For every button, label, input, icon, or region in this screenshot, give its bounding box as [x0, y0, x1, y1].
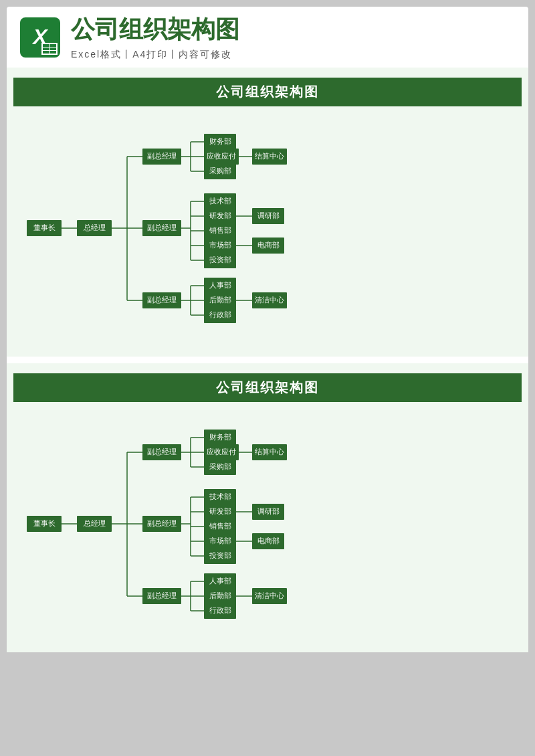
svg-text:技术部: 技术部 [209, 197, 231, 205]
subtitle: Excel格式丨A4打印丨内容可修改 [71, 49, 239, 61]
document: 公司组织架构图 .box { fill: #2d6a2d; } .box-tex… [7, 68, 528, 652]
svg-text:后勤部: 后勤部 [209, 296, 231, 304]
svg-text:电商部: 电商部 [257, 241, 280, 249]
svg-text:副总经理: 副总经理 [147, 591, 177, 599]
svg-text:副总经理: 副总经理 [147, 448, 177, 456]
excel-icon [20, 17, 60, 58]
svg-text:行政部: 行政部 [209, 606, 231, 614]
svg-text:应收应付: 应收应付 [207, 448, 236, 456]
svg-text:应收应付: 应收应付 [207, 152, 236, 160]
svg-text:清洁中心: 清洁中心 [255, 591, 284, 599]
svg-text:销售部: 销售部 [209, 226, 231, 234]
svg-text:副总经理: 副总经理 [147, 519, 177, 527]
svg-text:调研部: 调研部 [257, 211, 280, 219]
org-chart-1: .box { fill: #2d6a2d; } .box-text { fill… [13, 116, 522, 347]
svg-text:总经理: 总经理 [83, 223, 106, 231]
svg-text:电商部: 电商部 [257, 537, 280, 545]
chart-section-1: 公司组织架构图 .box { fill: #2d6a2d; } .box-tex… [7, 68, 528, 357]
svg-text:董事长: 董事长 [33, 519, 56, 527]
chart-title-2: 公司组织架构图 [13, 373, 522, 402]
svg-text:副总经理: 副总经理 [147, 152, 177, 160]
svg-text:人事部: 人事部 [209, 577, 231, 585]
chart-title-1: 公司组织架构图 [13, 78, 522, 106]
svg-text:投资部: 投资部 [209, 256, 231, 264]
main-title: 公司组织架构图 [71, 13, 239, 46]
svg-text:董事长: 董事长 [33, 223, 56, 231]
svg-text:结算中心: 结算中心 [255, 448, 284, 456]
header-text: 公司组织架构图 Excel格式丨A4打印丨内容可修改 [71, 13, 239, 61]
svg-text:副总经理: 副总经理 [147, 296, 177, 304]
org-chart-2: .box { fill: #2d6a2d; } .box-text { fill… [13, 412, 522, 642]
page-header: 公司组织架构图 Excel格式丨A4打印丨内容可修改 [7, 7, 528, 68]
svg-text:人事部: 人事部 [209, 281, 231, 289]
chart-section-2: 公司组织架构图 .box { fill: #2d6a2d; } .box-tex… [7, 363, 528, 652]
svg-text:总经理: 总经理 [83, 519, 106, 527]
svg-text:销售部: 销售部 [209, 522, 231, 530]
svg-text:调研部: 调研部 [257, 507, 280, 515]
svg-text:副总经理: 副总经理 [147, 223, 177, 231]
svg-text:后勤部: 后勤部 [209, 591, 231, 599]
svg-text:研发部: 研发部 [209, 211, 231, 219]
svg-text:结算中心: 结算中心 [255, 152, 284, 160]
svg-text:市场部: 市场部 [209, 537, 231, 545]
svg-text:市场部: 市场部 [209, 241, 231, 249]
svg-text:财务部: 财务部 [209, 137, 231, 145]
svg-text:财务部: 财务部 [209, 433, 231, 441]
svg-text:清洁中心: 清洁中心 [255, 296, 284, 304]
svg-text:采购部: 采购部 [209, 167, 231, 175]
excel-grid-icon [41, 43, 58, 55]
svg-text:投资部: 投资部 [209, 551, 231, 559]
svg-text:行政部: 行政部 [209, 310, 231, 318]
svg-text:技术部: 技术部 [209, 492, 231, 500]
svg-text:研发部: 研发部 [209, 507, 231, 515]
svg-text:采购部: 采购部 [209, 462, 231, 470]
